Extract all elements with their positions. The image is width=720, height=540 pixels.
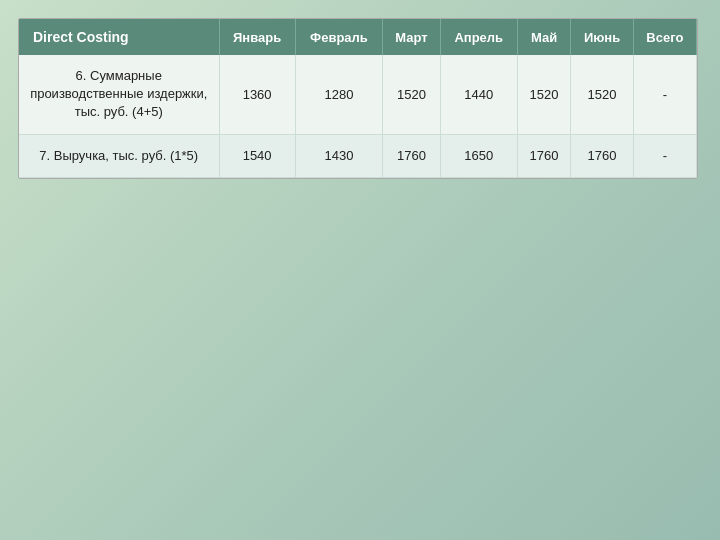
row2-jun: 1760 <box>571 134 633 177</box>
header-total: Всего <box>633 19 696 55</box>
header-jun: Июнь <box>571 19 633 55</box>
row2-may: 1760 <box>517 134 571 177</box>
header-apr: Апрель <box>440 19 517 55</box>
row2-jan: 1540 <box>219 134 295 177</box>
row1-jun: 1520 <box>571 55 633 134</box>
row2-apr: 1650 <box>440 134 517 177</box>
header-mar: Март <box>383 19 441 55</box>
row1-label: 6. Суммарные производственные издержки, … <box>19 55 219 134</box>
row1-feb: 1280 <box>295 55 382 134</box>
table-row: 7. Выручка, тыс. руб. (1*5) 1540 1430 17… <box>19 134 697 177</box>
row1-total: - <box>633 55 696 134</box>
row1-mar: 1520 <box>383 55 441 134</box>
header-label: Direct Costing <box>19 19 219 55</box>
direct-costing-table: Direct Costing Январь Февраль Март Апрел… <box>18 18 698 179</box>
row2-mar: 1760 <box>383 134 441 177</box>
header-jan: Январь <box>219 19 295 55</box>
row2-feb: 1430 <box>295 134 382 177</box>
row1-apr: 1440 <box>440 55 517 134</box>
header-may: Май <box>517 19 571 55</box>
row1-jan: 1360 <box>219 55 295 134</box>
row2-total: - <box>633 134 696 177</box>
header-feb: Февраль <box>295 19 382 55</box>
row1-may: 1520 <box>517 55 571 134</box>
row2-label: 7. Выручка, тыс. руб. (1*5) <box>19 134 219 177</box>
table-header-row: Direct Costing Январь Февраль Март Апрел… <box>19 19 697 55</box>
table-row: 6. Суммарные производственные издержки, … <box>19 55 697 134</box>
